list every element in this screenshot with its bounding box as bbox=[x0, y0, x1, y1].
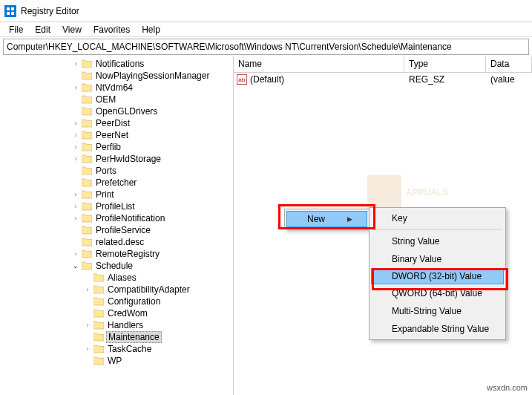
expander-icon[interactable]: › bbox=[71, 249, 80, 258]
expander-icon[interactable]: › bbox=[83, 345, 92, 353]
expander-icon[interactable]: › bbox=[71, 202, 80, 211]
tree-item-label: OpenGLDrivers bbox=[94, 106, 159, 117]
tree-item[interactable]: ›PeerNet bbox=[0, 129, 233, 141]
column-headers: Name Type Data bbox=[234, 56, 532, 73]
folder-icon bbox=[82, 214, 92, 223]
tree-item[interactable]: ›ProfileNotification bbox=[0, 212, 233, 224]
submenu-key[interactable]: Key bbox=[371, 209, 504, 227]
tree-item[interactable]: OpenGLDrivers bbox=[0, 105, 233, 117]
folder-icon bbox=[82, 166, 92, 175]
expander-icon bbox=[71, 238, 80, 247]
tree-item[interactable]: ›Handlers bbox=[0, 319, 233, 331]
values-pane[interactable]: APPUALS Name Type Data ab (Default) REG_… bbox=[234, 56, 532, 395]
tree-item[interactable]: ›PerHwIdStorage bbox=[0, 153, 233, 165]
menu-separator bbox=[372, 229, 502, 230]
tree-item-label: RemoteRegistry bbox=[94, 249, 161, 259]
expander-icon[interactable]: › bbox=[71, 190, 80, 199]
svg-rect-0 bbox=[7, 7, 10, 10]
folder-icon bbox=[93, 297, 104, 306]
folder-icon bbox=[82, 154, 92, 163]
expander-icon[interactable]: › bbox=[71, 83, 80, 92]
tree-item-label: ProfileList bbox=[94, 201, 137, 212]
attribution: wsxdn.com bbox=[487, 383, 528, 392]
string-value-icon: ab bbox=[237, 74, 247, 85]
submenu-qword[interactable]: QWORD (64-bit) Value bbox=[371, 284, 504, 302]
submenu-binary[interactable]: Binary Value bbox=[371, 250, 504, 268]
expander-icon[interactable]: › bbox=[83, 321, 92, 330]
col-header-name[interactable]: Name bbox=[234, 56, 404, 72]
tree-item[interactable]: ›TaskCache bbox=[0, 343, 233, 355]
expander-icon[interactable]: › bbox=[71, 214, 80, 223]
tree-item[interactable]: ›PeerDist bbox=[0, 117, 233, 129]
submenu-arrow-icon: ▶ bbox=[347, 215, 352, 223]
expander-icon[interactable]: ⌄ bbox=[71, 261, 80, 270]
expander-icon[interactable]: › bbox=[71, 154, 80, 163]
tree-item[interactable]: Aliases bbox=[0, 272, 233, 284]
expander-icon[interactable]: › bbox=[71, 131, 80, 140]
tree-item[interactable]: OEM bbox=[0, 94, 233, 105]
tree-item-label: ProfileNotification bbox=[94, 213, 166, 223]
tree-item[interactable]: ›Notifications bbox=[0, 58, 233, 70]
tree-item[interactable]: Ports bbox=[0, 165, 233, 177]
menubar: File Edit View Favorites Help bbox=[0, 22, 532, 37]
submenu-multi[interactable]: Multi-String Value bbox=[371, 302, 504, 320]
tree-item[interactable]: ›CompatibilityAdapter bbox=[0, 284, 233, 296]
tree-item[interactable]: Prefetcher bbox=[0, 177, 233, 189]
tree-item-label: Maintenance bbox=[106, 331, 162, 343]
submenu-new: Key String Value Binary Value DWORD (32-… bbox=[369, 207, 506, 340]
tree-item[interactable]: ⌄Schedule bbox=[0, 260, 233, 272]
expander-icon[interactable]: › bbox=[71, 119, 80, 128]
tree-item-label: Perflib bbox=[94, 142, 122, 152]
folder-icon bbox=[82, 238, 92, 247]
folder-icon bbox=[82, 59, 92, 68]
tree-item[interactable]: ProfileService bbox=[0, 224, 233, 236]
menu-view[interactable]: View bbox=[56, 23, 88, 36]
folder-icon bbox=[93, 356, 104, 365]
window-title: Registry Editor bbox=[21, 6, 79, 16]
expander-icon[interactable]: › bbox=[71, 59, 80, 68]
folder-icon bbox=[82, 71, 92, 80]
menu-favorites[interactable]: Favorites bbox=[88, 23, 136, 36]
tree-item-label: Print bbox=[94, 189, 116, 200]
tree-item[interactable]: NowPlayingSessionManager bbox=[0, 70, 233, 82]
col-header-type[interactable]: Type bbox=[404, 56, 486, 72]
tree-pane[interactable]: ›NotificationsNowPlayingSessionManager›N… bbox=[0, 56, 234, 395]
svg-rect-2 bbox=[7, 12, 10, 15]
tree-item-label: TaskCache bbox=[106, 344, 153, 354]
tree-item-label: CompatibilityAdapter bbox=[106, 284, 191, 295]
expander-icon bbox=[71, 226, 80, 235]
tree-item[interactable]: ›RemoteRegistry bbox=[0, 248, 233, 260]
tree-item[interactable]: ›ProfileList bbox=[0, 200, 233, 212]
folder-icon bbox=[82, 178, 92, 187]
tree-item-label: NowPlayingSessionManager bbox=[94, 71, 211, 81]
folder-icon bbox=[82, 107, 92, 116]
tree-item[interactable]: ›Print bbox=[0, 189, 233, 200]
menu-help[interactable]: Help bbox=[136, 23, 166, 36]
value-type: REG_SZ bbox=[404, 74, 486, 85]
expander-icon[interactable]: › bbox=[83, 285, 92, 294]
value-row[interactable]: ab (Default) REG_SZ (value bbox=[234, 73, 532, 86]
tree-item-label: OEM bbox=[94, 94, 117, 105]
tree-item[interactable]: ›NtVdm64 bbox=[0, 82, 233, 94]
folder-icon bbox=[93, 321, 104, 330]
menu-file[interactable]: File bbox=[3, 23, 29, 36]
tree-item[interactable]: WP bbox=[0, 355, 233, 367]
tree-item[interactable]: CredWom bbox=[0, 307, 233, 319]
tree-item[interactable]: ›Perflib bbox=[0, 141, 233, 153]
tree-item-label: WP bbox=[106, 356, 123, 366]
menu-edit[interactable]: Edit bbox=[29, 23, 56, 36]
folder-icon bbox=[82, 226, 92, 235]
submenu-expand[interactable]: Expandable String Value bbox=[371, 320, 504, 338]
submenu-dword[interactable]: DWORD (32-bit) Value bbox=[371, 268, 504, 284]
tree-item[interactable]: Maintenance bbox=[0, 331, 233, 343]
expander-icon bbox=[83, 356, 92, 365]
col-header-data[interactable]: Data bbox=[486, 56, 532, 72]
folder-icon bbox=[82, 202, 92, 211]
tree-item[interactable]: related.desc bbox=[0, 236, 233, 248]
expander-icon[interactable]: › bbox=[71, 143, 80, 151]
tree-item[interactable]: Configuration bbox=[0, 296, 233, 307]
menu-new[interactable]: New ▶ bbox=[286, 211, 367, 227]
address-bar[interactable]: Computer\HKEY_LOCAL_MACHINE\SOFTWARE\Mic… bbox=[3, 39, 529, 55]
submenu-string[interactable]: String Value bbox=[371, 232, 504, 250]
folder-icon bbox=[82, 190, 92, 199]
